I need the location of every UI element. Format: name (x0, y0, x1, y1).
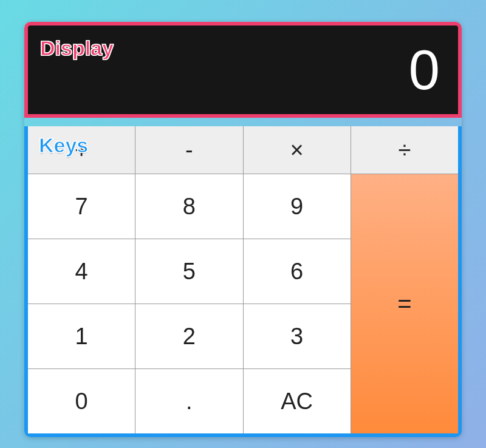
key-9[interactable]: 9 (244, 174, 351, 239)
display-value: 0 (409, 42, 440, 98)
key-1[interactable]: 1 (28, 304, 135, 368)
key-divide[interactable]: ÷ (351, 126, 458, 174)
display-section-label: Display (40, 36, 114, 60)
keys-grid: + - × ÷ 7 8 9 = 4 5 6 1 2 3 0 . AC (28, 126, 458, 433)
key-subtract[interactable]: - (135, 126, 242, 174)
key-3[interactable]: 3 (244, 304, 351, 368)
key-equals[interactable]: = (351, 174, 458, 433)
key-0[interactable]: 0 (28, 369, 135, 433)
key-decimal[interactable]: . (135, 369, 242, 433)
calculator-keys: Keys + - × ÷ 7 8 9 = 4 5 6 1 2 3 0 . AC (24, 126, 462, 437)
key-6[interactable]: 6 (244, 239, 351, 304)
key-5[interactable]: 5 (135, 239, 242, 304)
key-8[interactable]: 8 (135, 174, 242, 239)
calculator: Display 0 Keys + - × ÷ 7 8 9 = 4 5 6 1 2… (24, 22, 462, 437)
key-multiply[interactable]: × (244, 126, 351, 174)
calculator-display: Display 0 (24, 22, 462, 118)
key-clear[interactable]: AC (244, 369, 351, 433)
key-2[interactable]: 2 (135, 304, 242, 368)
key-7[interactable]: 7 (28, 174, 135, 239)
keys-section-label: Keys (39, 134, 88, 157)
key-4[interactable]: 4 (28, 239, 135, 304)
